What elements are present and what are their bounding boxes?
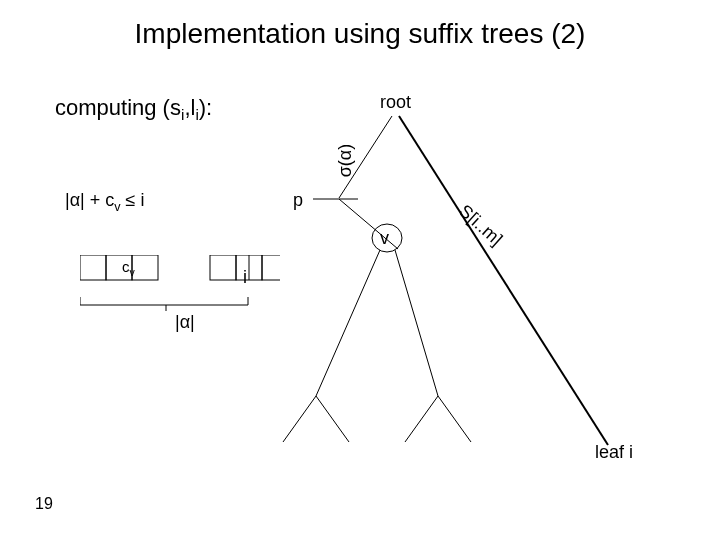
v-label: v xyxy=(380,228,389,249)
leaf-label: leaf i xyxy=(595,442,633,463)
root-label: root xyxy=(380,92,411,113)
condition-text: |α| + cv ≤ i xyxy=(65,190,144,214)
slide-title: Implementation using suffix trees (2) xyxy=(0,0,720,50)
svg-rect-11 xyxy=(80,255,106,280)
svg-line-6 xyxy=(283,396,316,442)
svg-line-5 xyxy=(316,250,380,396)
computing-label: computing (si,li): xyxy=(55,95,212,124)
bar-diagram xyxy=(80,255,280,335)
svg-rect-13 xyxy=(132,255,158,280)
p-label: p xyxy=(293,190,303,211)
alpha-sigma-label: σ(α) xyxy=(335,144,356,178)
svg-rect-16 xyxy=(262,255,280,280)
slide-number: 19 xyxy=(35,495,53,513)
svg-line-3 xyxy=(339,199,398,249)
slide: Implementation using suffix trees (2) co… xyxy=(0,0,720,540)
sim-label: S[i..m] xyxy=(455,201,507,251)
svg-line-8 xyxy=(395,250,438,396)
svg-rect-12 xyxy=(106,255,132,280)
svg-line-7 xyxy=(316,396,349,442)
svg-line-9 xyxy=(405,396,438,442)
svg-line-0 xyxy=(399,116,608,445)
svg-line-10 xyxy=(438,396,471,442)
svg-rect-14 xyxy=(210,255,236,280)
